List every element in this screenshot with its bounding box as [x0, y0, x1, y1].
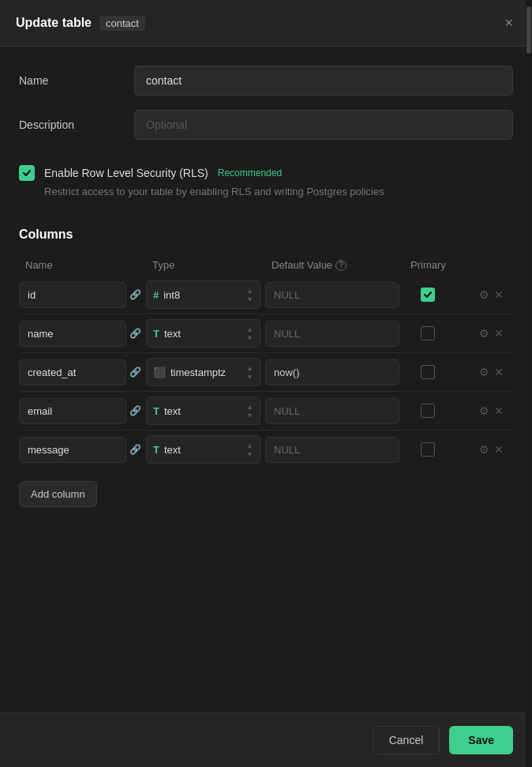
rls-section: Enable Row Level Security (RLS) Recommen…	[19, 154, 513, 209]
delete-icon[interactable]: ✕	[494, 404, 504, 417]
col-name-input[interactable]	[19, 398, 126, 424]
col-primary-cell	[404, 288, 451, 302]
name-label: Name	[19, 74, 122, 87]
type-name: int8	[163, 289, 242, 301]
modal-title: Update table contact	[16, 16, 145, 31]
settings-icon[interactable]: ⚙	[479, 366, 489, 378]
primary-checkbox[interactable]	[421, 442, 435, 457]
col-actions-cell: ⚙ ✕	[456, 404, 504, 417]
col-default-cell	[265, 398, 399, 424]
col-name-cell: 🔗	[19, 321, 141, 347]
type-name: text	[164, 444, 242, 456]
close-button[interactable]: ×	[501, 13, 516, 33]
col-default-input[interactable]	[265, 398, 399, 424]
col-default-cell	[265, 359, 399, 385]
table-row: 🔗 ⬛ timestamptz ▲▼ ⚙ ✕	[19, 352, 513, 391]
delete-icon[interactable]: ✕	[494, 327, 504, 340]
type-name: text	[164, 405, 242, 417]
settings-icon[interactable]: ⚙	[479, 443, 489, 456]
col-primary-cell	[404, 326, 451, 340]
checkmark-icon	[22, 168, 32, 178]
col-name-cell: 🔗	[19, 437, 141, 463]
name-input[interactable]	[134, 66, 513, 96]
type-arrows-icon: ▲▼	[246, 403, 253, 419]
col-primary-cell	[404, 365, 451, 379]
rls-label: Enable Row Level Security (RLS)	[44, 167, 208, 179]
add-column-button[interactable]: Add column	[19, 481, 97, 507]
link-icon[interactable]: 🔗	[129, 405, 141, 416]
col-default-input[interactable]	[265, 282, 399, 308]
table-row: 🔗 # int8 ▲▼	[19, 276, 513, 314]
save-button[interactable]: Save	[449, 726, 513, 754]
link-icon[interactable]: 🔗	[129, 444, 141, 455]
type-name: timestamptz	[170, 367, 242, 378]
link-icon[interactable]: 🔗	[129, 289, 141, 300]
type-select[interactable]: T text ▲▼	[146, 435, 260, 464]
scrollbar-thumb[interactable]	[526, 6, 531, 54]
modal-footer: Cancel Save	[0, 712, 532, 767]
primary-checkbox[interactable]	[421, 365, 435, 379]
col-actions-cell: ⚙ ✕	[456, 366, 504, 378]
modal-title-text: Update table	[16, 16, 92, 30]
col-actions-cell: ⚙ ✕	[456, 288, 504, 301]
col-name-cell: 🔗	[19, 282, 141, 308]
type-select[interactable]: ⬛ timestamptz ▲▼	[146, 358, 260, 386]
description-input[interactable]	[134, 110, 513, 140]
rls-checkbox[interactable]	[19, 165, 35, 181]
delete-icon[interactable]: ✕	[494, 443, 504, 456]
recommended-badge: Recommended	[218, 167, 282, 179]
col-default-input[interactable]	[265, 437, 399, 463]
primary-checkbox[interactable]	[421, 404, 435, 418]
default-value-info-icon[interactable]: ?	[335, 260, 347, 271]
link-icon[interactable]: 🔗	[129, 367, 141, 378]
col-type-cell: T text ▲▼	[146, 435, 260, 464]
col-default-input[interactable]	[265, 359, 399, 385]
name-row: Name	[19, 66, 513, 96]
table-row: 🔗 T text ▲▼ ⚙ ✕	[19, 314, 513, 352]
primary-checkbox[interactable]	[421, 288, 435, 302]
link-icon[interactable]: 🔗	[129, 328, 141, 339]
col-name-input[interactable]	[19, 359, 126, 385]
modal-title-tag: contact	[99, 16, 145, 31]
col-default-cell	[265, 282, 399, 308]
col-default-input[interactable]	[265, 321, 399, 347]
type-select[interactable]: T text ▲▼	[146, 319, 260, 348]
col-name-input[interactable]	[19, 321, 126, 347]
scrollbar-track	[526, 0, 532, 767]
type-arrows-icon: ▲▼	[246, 364, 253, 381]
columns-table: Name Type Default Value ? Primary 🔗	[19, 254, 513, 468]
col-name-cell: 🔗	[19, 398, 141, 424]
modal-body: Name Description Enable Row Level Securi…	[0, 47, 532, 712]
type-arrows-icon: ▲▼	[246, 325, 253, 342]
col-name-input[interactable]	[19, 437, 126, 463]
modal-header: Update table contact ×	[0, 0, 532, 47]
type-hash-icon: #	[153, 289, 159, 301]
delete-icon[interactable]: ✕	[494, 288, 504, 301]
column-headers: Name Type Default Value ? Primary	[19, 254, 513, 276]
col-header-type: Type	[152, 259, 267, 271]
col-actions-cell: ⚙ ✕	[456, 443, 504, 456]
col-name-input[interactable]	[19, 282, 126, 308]
description-label: Description	[19, 118, 122, 131]
settings-icon[interactable]: ⚙	[479, 404, 489, 417]
col-header-primary: Primary	[410, 259, 458, 271]
update-table-modal: Update table contact × Name Description …	[0, 0, 532, 767]
columns-section-title: Columns	[19, 227, 513, 242]
col-default-cell	[265, 321, 399, 347]
settings-icon[interactable]: ⚙	[479, 327, 489, 340]
description-row: Description	[19, 110, 513, 140]
type-arrows-icon: ▲▼	[246, 287, 253, 303]
type-name: text	[164, 328, 242, 340]
col-actions-cell: ⚙ ✕	[456, 327, 504, 340]
col-type-cell: T text ▲▼	[146, 397, 260, 425]
settings-icon[interactable]: ⚙	[479, 288, 489, 301]
col-header-default: Default Value ?	[272, 259, 406, 271]
col-type-cell: T text ▲▼	[146, 319, 260, 348]
primary-checkmark-icon	[423, 290, 433, 299]
cancel-button[interactable]: Cancel	[373, 726, 440, 754]
table-row: 🔗 T text ▲▼ ⚙ ✕	[19, 391, 513, 430]
primary-checkbox[interactable]	[421, 326, 435, 340]
type-select[interactable]: T text ▲▼	[146, 397, 260, 425]
type-select[interactable]: # int8 ▲▼	[146, 280, 260, 309]
delete-icon[interactable]: ✕	[494, 366, 504, 378]
